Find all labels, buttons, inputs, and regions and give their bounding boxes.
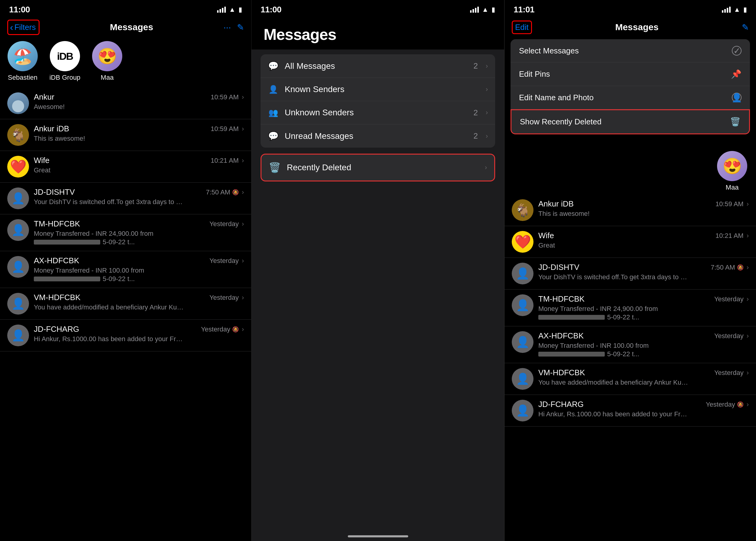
contact-sebastien[interactable]: 🏖️ Sebastien xyxy=(6,41,39,82)
battery-icon: ▮ xyxy=(239,6,242,14)
mute-icon-3b: 🔕 xyxy=(737,401,744,408)
dropdown-edit-pins[interactable]: Edit Pins 📌 xyxy=(510,63,750,86)
signal-bar xyxy=(472,9,474,13)
signal-bars-2 xyxy=(470,7,479,13)
msg3-vmhdfcbk-sender: VM-HDFCBK xyxy=(538,368,585,377)
home-indicator-2 xyxy=(348,535,408,537)
msg3-jdfcharg[interactable]: 👤 JD-FCHARG Yesterday 🔕 › Hi Ankur, Rs.1… xyxy=(504,395,756,427)
msg3-wife-preview: Great xyxy=(538,242,689,250)
message-axhdfcbk[interactable]: 👤 AX-HDFCBK Yesterday › Money Transferre… xyxy=(0,251,251,288)
signal-bar xyxy=(729,7,731,13)
signal-bar xyxy=(475,8,476,13)
tmhdfcbk-avatar: 👤 xyxy=(7,219,29,241)
wifi-icon: ▲ xyxy=(482,6,488,14)
msg3-wife-sender: Wife xyxy=(538,231,554,240)
axhdfcbk-avatar: 👤 xyxy=(7,256,29,278)
contact-maa-3[interactable]: 😍 Maa xyxy=(716,151,749,192)
known-senders-chevron: › xyxy=(486,85,488,93)
jdfcharg-header: JD-FCHARG Yesterday 🔕 › xyxy=(34,324,244,334)
mute-icon-3: 🔕 xyxy=(737,264,744,271)
message-jdfcharg[interactable]: 👤 JD-FCHARG Yesterday 🔕 › Hi Ankur, Rs.1… xyxy=(0,320,251,351)
msg3-dishtv-sender: JD-DISHTV xyxy=(538,263,579,272)
filter-unknown-senders[interactable]: 👥 Unknown Senders 2 › xyxy=(261,101,495,124)
message-ankuridb[interactable]: 🐐 Ankur iDB 10:59 AM › This is awesome! xyxy=(0,119,251,151)
filter-unread-messages[interactable]: 💬 Unread Messages 2 › xyxy=(261,124,495,148)
msg3-tmhdfcbk-avatar: 👤 xyxy=(512,294,533,316)
ankuridb-time: 10:59 AM › xyxy=(211,125,244,133)
msg3-vmhdfcbk[interactable]: 👤 VM-HDFCBK Yesterday › You have added/m… xyxy=(504,363,756,395)
msg3-wife[interactable]: ❤️ Wife 10:21 AM › Great xyxy=(504,226,756,258)
msg3-tmhdfcbk-content: TM-HDFCBK Yesterday › Money Transferred … xyxy=(538,294,749,321)
compose-icon-3[interactable]: ✎ xyxy=(742,22,749,32)
wife-time: 10:21 AM › xyxy=(211,157,244,165)
messages-title-1: Messages xyxy=(110,22,153,32)
dropdown-select-messages[interactable]: Select Messages ✓ xyxy=(510,39,750,63)
pinned-contacts-1: 🏖️ Sebastien iDB iDB Group 😍 Maa xyxy=(0,38,251,88)
filter-all-messages[interactable]: 💬 All Messages 2 › xyxy=(261,54,495,78)
contact-idb[interactable]: iDB iDB Group xyxy=(48,41,82,82)
msg3-dishtv[interactable]: 👤 JD-DISHTV 7:50 AM 🔕 › Your DishTV is s… xyxy=(504,258,756,289)
message-wife[interactable]: ❤️ Wife 10:21 AM › Great xyxy=(0,151,251,183)
msg3-axhdfcbk[interactable]: 👤 AX-HDFCBK Yesterday › Money Transferre… xyxy=(504,326,756,363)
message-ankur[interactable]: Ankur 10:59 AM › Awesome! xyxy=(0,88,251,119)
ankur-avatar xyxy=(7,92,29,114)
status-bar-1: 11:00 ▲ ▮ xyxy=(0,0,251,16)
recently-deleted-item[interactable]: 🗑️ Recently Deleted › xyxy=(261,154,495,182)
edit-name-photo-icon: 👤 xyxy=(732,93,742,102)
dropdown-show-recently-deleted[interactable]: Show Recently Deleted 🗑️ xyxy=(510,109,750,134)
compose-icon[interactable]: ✎ xyxy=(237,22,244,32)
signal-bar xyxy=(477,7,479,13)
axhdfcbk-header: AX-HDFCBK Yesterday › xyxy=(34,256,244,266)
edit-button[interactable]: Edit xyxy=(512,21,532,34)
msg3-tmhdfcbk[interactable]: 👤 TM-HDFCBK Yesterday › Money Transferre… xyxy=(504,289,756,326)
select-messages-label: Select Messages xyxy=(519,46,579,56)
filters-back-button[interactable]: ‹ Filters xyxy=(7,20,40,35)
dishtv-time: 7:50 AM 🔕 › xyxy=(206,189,244,196)
edit-label: Edit xyxy=(515,23,529,32)
panel-3: 11:01 ▲ ▮ Edit Messages ✎ Select Message… xyxy=(504,0,756,541)
msg3-wife-time: 10:21 AM › xyxy=(716,232,749,240)
dropdown-menu: Select Messages ✓ Edit Pins 📌 Edit Name … xyxy=(510,39,750,134)
message-dishtv[interactable]: 👤 JD-DISHTV 7:50 AM 🔕 › Your DishTV is s… xyxy=(0,183,251,214)
ankuridb-sender: Ankur iDB xyxy=(34,124,69,134)
redacted-bar-3b xyxy=(538,352,605,356)
msg3-vmhdfcbk-avatar: 👤 xyxy=(512,368,533,390)
dishtv-preview: Your DishTV is switched off.To get 3xtra… xyxy=(34,198,185,206)
chevron-icon: › xyxy=(242,257,244,265)
chevron-left-icon: ‹ xyxy=(10,22,13,33)
unread-label: Unread Messages xyxy=(285,131,467,141)
tmhdfcbk-content: TM-HDFCBK Yesterday › Money Transferred … xyxy=(34,219,244,246)
msg3-dishtv-time: 7:50 AM 🔕 › xyxy=(711,264,749,271)
vmhdfcbk-preview: You have added/modified a beneficiary An… xyxy=(34,303,185,311)
tmhdfcbk-time: Yesterday › xyxy=(210,220,244,228)
message-tmhdfcbk[interactable]: 👤 TM-HDFCBK Yesterday › Money Transferre… xyxy=(0,214,251,251)
signal-bar xyxy=(470,10,471,13)
known-senders-icon: 👤 xyxy=(268,85,279,94)
filter-known-senders[interactable]: 👤 Known Senders › xyxy=(261,78,495,101)
ankuridb-content: Ankur iDB 10:59 AM › This is awesome! xyxy=(34,124,244,143)
dishtv-content: JD-DISHTV 7:50 AM 🔕 › Your DishTV is swi… xyxy=(34,188,244,206)
msg3-ankuridb[interactable]: 🐐 Ankur iDB 10:59 AM › This is awesome! xyxy=(504,195,756,226)
vmhdfcbk-content: VM-HDFCBK Yesterday › You have added/mod… xyxy=(34,293,244,311)
vmhdfcbk-avatar: 👤 xyxy=(7,293,29,314)
wifi-icon: ▲ xyxy=(734,6,740,14)
contact-maa-1[interactable]: 😍 Maa xyxy=(91,41,124,82)
status-bar-3: 11:01 ▲ ▮ xyxy=(504,0,756,16)
wife-sender: Wife xyxy=(34,156,50,165)
msg3-dishtv-avatar: 👤 xyxy=(512,263,533,284)
trash-icon: 🗑️ xyxy=(269,162,281,173)
wife-content: Wife 10:21 AM › Great xyxy=(34,156,244,174)
unread-chevron: › xyxy=(486,132,488,140)
chevron-icon: › xyxy=(242,157,244,165)
msg3-tmhdfcbk-header: TM-HDFCBK Yesterday › xyxy=(538,294,749,304)
recently-deleted-chevron: › xyxy=(485,164,487,172)
msg3-axhdfcbk-sender: AX-HDFCBK xyxy=(538,331,584,340)
msg3-tmhdfcbk-preview: Money Transferred - INR 24,900.00 from xyxy=(538,305,689,313)
message-vmhdfcbk[interactable]: 👤 VM-HDFCBK Yesterday › You have added/m… xyxy=(0,288,251,320)
signal-bar xyxy=(224,7,226,13)
dropdown-edit-name-photo[interactable]: Edit Name and Photo 👤 xyxy=(510,86,750,109)
edit-name-photo-label: Edit Name and Photo xyxy=(519,93,593,102)
recently-deleted-section: 🗑️ Recently Deleted › xyxy=(261,154,495,182)
maa-avatar-1: 😍 xyxy=(92,41,122,71)
more-options-icon[interactable]: ··· xyxy=(224,22,231,32)
